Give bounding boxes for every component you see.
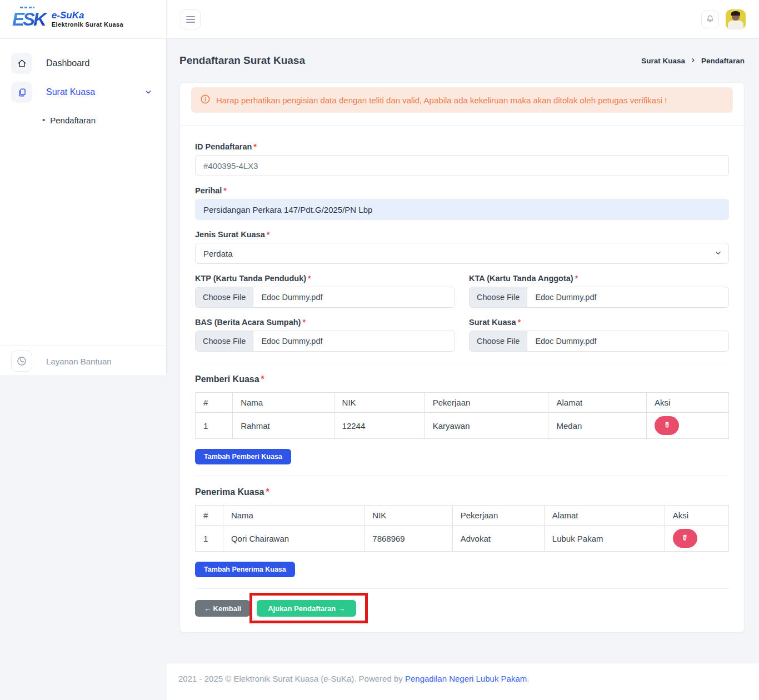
cell-nik: 12244	[334, 413, 425, 439]
brand-name: e-SuKa	[52, 11, 123, 21]
warning-alert: Harap perhatikan pengisian data dengan t…	[191, 87, 733, 113]
hamburger-icon	[186, 16, 195, 17]
required-asterisk: *	[308, 274, 311, 283]
table-row: 1 Qori Chairawan 7868969 Advokat Lubuk P…	[196, 526, 729, 552]
home-icon	[11, 53, 32, 74]
delete-penerima-button[interactable]	[673, 529, 697, 548]
cell-nik: 7868969	[364, 526, 452, 552]
column-header: #	[196, 393, 233, 413]
ktp-file-input[interactable]: Choose File Edoc Dummy.pdf	[195, 287, 455, 308]
cell-no: 1	[196, 413, 233, 439]
field-label: Perihal*	[195, 186, 729, 195]
choose-file-button[interactable]: Choose File	[470, 331, 527, 351]
required-asterisk: *	[575, 274, 578, 283]
whatsapp-icon	[11, 351, 32, 372]
sidebar-item-label: Dashboard	[46, 58, 89, 68]
perihal-input[interactable]	[195, 199, 729, 220]
card-body: ID Pendaftaran* Perihal* Jenis Surat Kua…	[180, 126, 744, 632]
sidebar-toggle-button[interactable]	[181, 9, 201, 29]
field-id-pendaftaran: ID Pendaftaran*	[195, 142, 729, 176]
divider	[195, 588, 729, 589]
help-service-link[interactable]: Layanan Bantuan	[0, 346, 166, 376]
cell-alamat: Medan	[548, 413, 647, 439]
field-label: ID Pendaftaran*	[195, 142, 729, 151]
cell-nama: Qori Chairawan	[223, 526, 364, 552]
jenis-surat-kuasa-select[interactable]: Perdata	[195, 243, 729, 264]
cell-alamat: Lubuk Pakam	[544, 526, 665, 552]
required-asterisk: *	[267, 230, 270, 239]
topbar	[167, 0, 759, 39]
required-asterisk: *	[266, 487, 269, 497]
required-asterisk: *	[302, 318, 306, 327]
tambah-pemberi-kuasa-button[interactable]: Tambah Pemberi Kuasa	[195, 449, 291, 464]
column-header: Nama	[223, 506, 364, 526]
file-upload-grid: KTP (Kartu Tanda Penduduk)* Choose File …	[195, 274, 729, 352]
column-header: Nama	[233, 393, 334, 413]
column-header: Alamat	[544, 506, 665, 526]
divider	[195, 363, 729, 363]
sidebar-header: ESK e-SuKa Elektronik Surat Kuasa	[0, 0, 166, 39]
field-label: Jenis Surat Kuasa*	[195, 230, 729, 239]
kembali-button[interactable]: ← Kembali	[195, 600, 250, 617]
pemberi-kuasa-table: # Nama NIK Pekerjaan Alamat Aksi 1 Rahma…	[195, 392, 729, 439]
sidebar-item-label: Surat Kuasa	[46, 87, 95, 97]
cell-pekerjaan: Karyawan	[425, 413, 548, 439]
bas-file-input[interactable]: Choose File Edoc Dummy.pdf	[195, 331, 455, 352]
sidebar: ESK e-SuKa Elektronik Surat Kuasa Dashbo…	[0, 0, 167, 376]
trash-icon	[681, 534, 688, 543]
chevron-down-icon	[144, 88, 152, 96]
column-header: Aksi	[647, 393, 729, 413]
choose-file-button[interactable]: Choose File	[196, 287, 253, 307]
logo-mark: ESK	[12, 9, 48, 30]
column-header: Pekerjaan	[452, 506, 544, 526]
card-header: Harap perhatikan pengisian data dengan t…	[180, 83, 744, 126]
trash-icon	[663, 421, 671, 430]
alert-text: Harap perhatikan pengisian data dengan t…	[216, 96, 667, 105]
app-logo[interactable]: ESK e-SuKa Elektronik Surat Kuasa	[12, 9, 123, 30]
sidebar-item-surat-kuasa[interactable]: Surat Kuasa	[11, 82, 157, 103]
kta-file-input[interactable]: Choose File Edoc Dummy.pdf	[469, 287, 729, 308]
logo-text: e-SuKa Elektronik Surat Kuasa	[52, 11, 123, 28]
form-card: Harap perhatikan pengisian data dengan t…	[179, 82, 745, 633]
bell-icon	[705, 14, 715, 26]
cell-pekerjaan: Advokat	[452, 526, 544, 552]
penerima-kuasa-table: # Nama NIK Pekerjaan Alamat Aksi 1 Qori …	[195, 505, 729, 552]
user-avatar[interactable]	[726, 9, 746, 29]
surat-kuasa-file-input[interactable]: Choose File Edoc Dummy.pdf	[469, 331, 729, 352]
tambah-penerima-kuasa-button[interactable]: Tambah Penerima Kuasa	[195, 562, 295, 577]
choose-file-button[interactable]: Choose File	[196, 331, 253, 351]
required-asterisk: *	[518, 318, 521, 327]
id-pendaftaran-input[interactable]	[195, 155, 729, 176]
pengadilan-link[interactable]: Pengadilan Negeri Lubuk Pakam	[405, 674, 527, 683]
column-header: Pekerjaan	[425, 393, 548, 413]
required-asterisk: *	[261, 374, 264, 384]
breadcrumb-surat-kuasa[interactable]: Surat Kuasa	[641, 57, 685, 65]
sidebar-item-dashboard[interactable]: Dashboard	[11, 53, 157, 74]
form-actions: ← Kembali Ajukan Pendaftaran →	[195, 600, 729, 617]
divider	[195, 476, 729, 476]
documents-icon	[11, 82, 32, 103]
file-name: Edoc Dummy.pdf	[527, 287, 604, 307]
chevron-right-icon	[690, 57, 696, 65]
field-perihal: Perihal*	[195, 186, 729, 220]
required-asterisk: *	[253, 142, 257, 151]
field-jenis-surat-kuasa: Jenis Surat Kuasa* Perdata	[195, 230, 729, 264]
help-service-label: Layanan Bantuan	[46, 357, 112, 366]
sidebar-subitem-pendaftaran[interactable]: Pendaftaran	[42, 115, 166, 125]
field-surat-kuasa-file: Surat Kuasa* Choose File Edoc Dummy.pdf	[469, 318, 729, 352]
info-icon	[200, 94, 211, 106]
required-asterisk: *	[223, 186, 227, 195]
notifications-button[interactable]	[701, 11, 719, 28]
cell-no: 1	[196, 526, 223, 552]
field-bas-file: BAS (Berita Acara Sumpah)* Choose File E…	[195, 318, 455, 352]
choose-file-button[interactable]: Choose File	[470, 287, 527, 307]
bullet-icon	[42, 115, 50, 125]
footer: 2021 - 2025 © Elektronik Surat Kuasa (e-…	[167, 663, 759, 700]
brand-tagline: Elektronik Surat Kuasa	[52, 21, 123, 28]
ajukan-pendaftaran-button[interactable]: Ajukan Pendaftaran →	[257, 600, 356, 617]
field-ktp-file: KTP (Kartu Tanda Penduduk)* Choose File …	[195, 274, 455, 308]
column-header: Alamat	[548, 393, 647, 413]
penerima-kuasa-title: Penerima Kuasa*	[195, 487, 729, 497]
delete-pemberi-button[interactable]	[655, 416, 679, 435]
column-header: NIK	[334, 393, 425, 413]
